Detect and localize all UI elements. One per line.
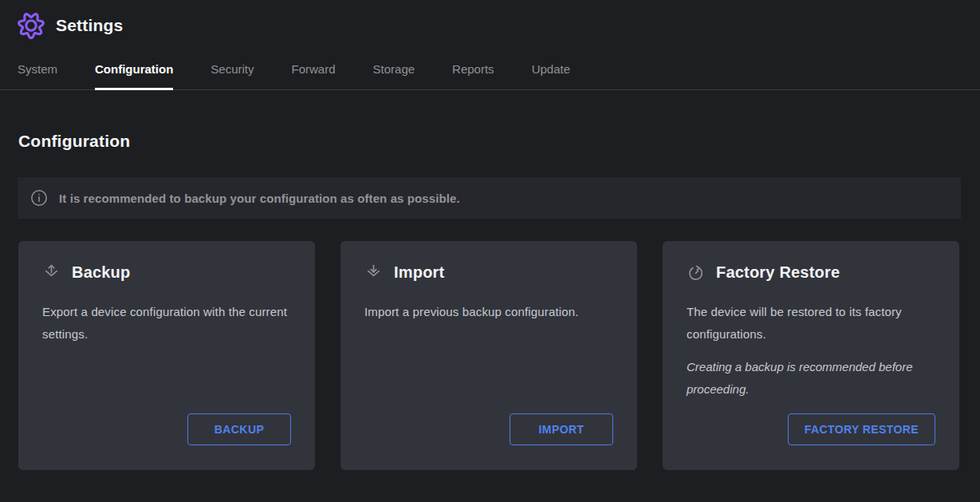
app-header: Settings — [0, 0, 980, 49]
backup-button[interactable]: BACKUP — [187, 413, 291, 445]
factory-restore-card-header: Factory Restore — [687, 263, 935, 282]
restore-icon — [687, 263, 705, 282]
factory-restore-card: Factory Restore The device will be resto… — [663, 241, 959, 470]
tab-forward[interactable]: Forward — [292, 62, 336, 89]
tab-storage[interactable]: Storage — [373, 62, 415, 89]
factory-restore-button[interactable]: FACTORY RESTORE — [788, 413, 935, 445]
import-card-description: Import a previous backup configuration. — [364, 301, 613, 323]
settings-tab-bar: System Configuration Security Forward St… — [0, 49, 980, 90]
configuration-cards: Backup Export a device configuration wit… — [18, 241, 959, 470]
factory-restore-card-title: Factory Restore — [716, 263, 840, 282]
import-card: Import Import a previous backup configur… — [340, 241, 637, 470]
backup-card-header: Backup — [42, 263, 291, 282]
tab-reports[interactable]: Reports — [452, 62, 494, 89]
download-icon — [364, 263, 383, 282]
settings-gear-icon — [18, 12, 45, 39]
tab-update[interactable]: Update — [532, 62, 570, 89]
tab-security[interactable]: Security — [211, 62, 254, 89]
import-card-header: Import — [364, 263, 613, 282]
app-title: Settings — [56, 16, 123, 35]
page-title: Configuration — [18, 132, 961, 151]
tab-system[interactable]: System — [18, 62, 57, 89]
backup-card-title: Backup — [72, 263, 130, 282]
factory-restore-card-note: Creating a backup is recommended before … — [687, 356, 935, 401]
banner-text: It is recommended to backup your configu… — [59, 192, 460, 205]
tab-configuration[interactable]: Configuration — [95, 62, 173, 89]
factory-restore-card-description: The device will be restored to its facto… — [687, 301, 935, 346]
upload-icon — [42, 263, 61, 282]
info-icon — [30, 189, 48, 207]
backup-recommendation-banner: It is recommended to backup your configu… — [18, 177, 961, 219]
import-button[interactable]: IMPORT — [510, 413, 613, 445]
backup-card-description: Export a device configuration with the c… — [42, 301, 291, 346]
backup-card: Backup Export a device configuration wit… — [18, 241, 315, 470]
import-card-title: Import — [394, 263, 444, 282]
